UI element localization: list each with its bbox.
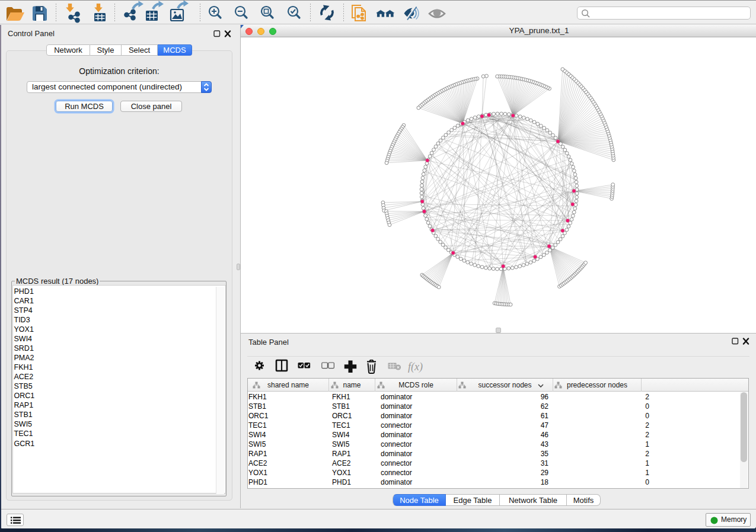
svg-text:f(x): f(x) [408, 361, 423, 373]
